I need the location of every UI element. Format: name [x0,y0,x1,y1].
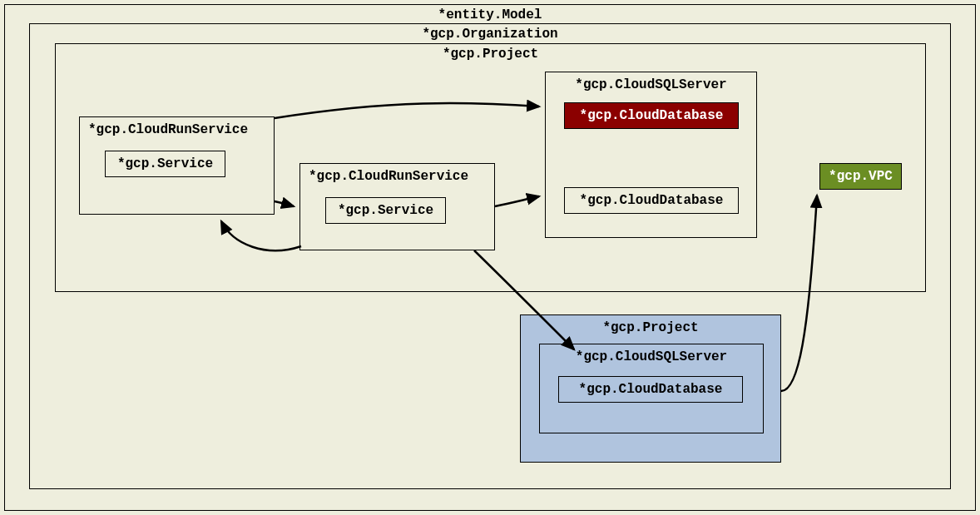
sqlserver1-label: *gcp.CloudSQLServer [546,77,756,92]
cloudrun1-service-label: *gcp.Service [106,156,225,171]
sqlserver1-db2-box: *gcp.CloudDatabase [564,187,739,214]
sqlserver1-db1-label: *gcp.CloudDatabase [565,108,738,123]
cloudrun1-label: *gcp.CloudRunService [88,122,248,137]
project1-label: *gcp.Project [56,47,925,62]
cloudrun2-label: *gcp.CloudRunService [309,169,468,184]
sqlserver1-db1-box: *gcp.CloudDatabase [564,102,739,129]
project2-sqlserver-label: *gcp.CloudSQLServer [540,349,763,364]
sqlserver1-db2-label: *gcp.CloudDatabase [565,193,738,208]
project2-label: *gcp.Project [521,320,780,335]
cloudrun1-service-box: *gcp.Service [105,151,225,177]
organization-label: *gcp.Organization [30,27,950,42]
cloudrun2-service-box: *gcp.Service [325,197,446,224]
cloudrun2-service-label: *gcp.Service [326,203,445,218]
project2-sqlserver-box: *gcp.CloudSQLServer *gcp.CloudDatabase [539,344,764,433]
project2-db-box: *gcp.CloudDatabase [558,376,743,403]
cloudrun1-box: *gcp.CloudRunService *gcp.Service [79,116,275,215]
entity-model-label: *entity.Model [5,7,975,22]
project2-box: *gcp.Project *gcp.CloudSQLServer *gcp.Cl… [520,314,781,463]
project2-db-label: *gcp.CloudDatabase [559,382,742,397]
vpc-label: *gcp.VPC [820,169,901,184]
sqlserver1-box: *gcp.CloudSQLServer *gcp.CloudDatabase *… [545,72,757,238]
vpc-box: *gcp.VPC [819,163,902,190]
cloudrun2-box: *gcp.CloudRunService *gcp.Service [299,163,495,250]
